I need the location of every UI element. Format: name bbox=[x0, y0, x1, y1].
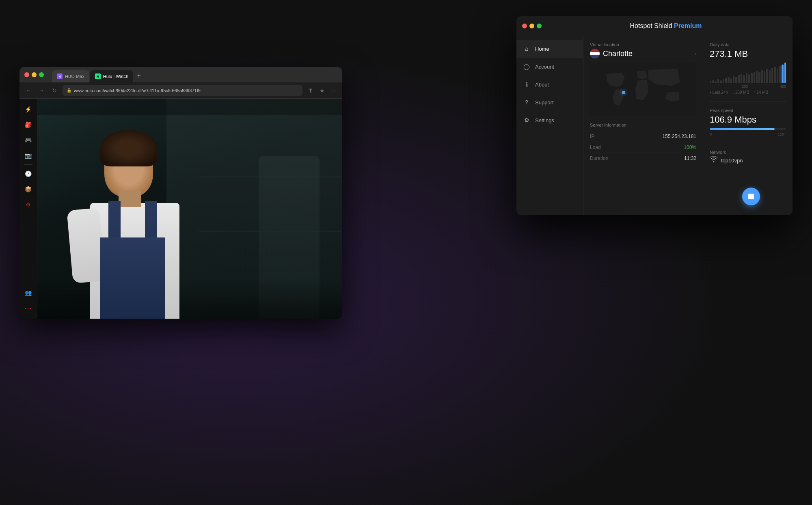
daily-data-label: Daily data bbox=[710, 42, 786, 47]
sidebar-twitch-icon[interactable]: 🎮 bbox=[22, 134, 35, 147]
browser-left-sidebar: ⚡ 🎒 🎮 📷 🕐 📦 ⚙ 👥 ··· bbox=[19, 99, 37, 319]
chart-bar bbox=[710, 81, 711, 83]
chart-bar bbox=[756, 71, 758, 83]
tab-hbo[interactable]: H HBO Max bbox=[52, 70, 89, 82]
chart-bar bbox=[725, 78, 727, 83]
chart-bar bbox=[712, 80, 714, 83]
chart-bar bbox=[784, 63, 786, 83]
chart-bar bbox=[748, 74, 750, 83]
back-button[interactable]: ← bbox=[24, 86, 33, 95]
browser-close-button[interactable] bbox=[24, 72, 29, 77]
sidebar-box-icon[interactable]: 📦 bbox=[22, 183, 35, 196]
browser-content: ⚡ 🎒 🎮 📷 🕐 📦 ⚙ 👥 ··· bbox=[19, 99, 342, 319]
chart-bar bbox=[782, 65, 783, 83]
video-top-bar bbox=[37, 99, 342, 115]
chart-bar bbox=[728, 77, 729, 83]
sidebar-bag-icon[interactable]: 🎒 bbox=[22, 118, 35, 131]
vpn-stop-button[interactable] bbox=[742, 188, 760, 205]
daily-data-chart bbox=[710, 63, 786, 83]
virtual-location-label: Virtual location bbox=[590, 42, 696, 47]
vpn-minimize-button[interactable] bbox=[529, 24, 534, 28]
sidebar-lightning-icon[interactable]: ⚡ bbox=[22, 103, 35, 116]
vpn-app-title: Hotspot Shield Premium bbox=[545, 22, 787, 30]
reload-button[interactable]: ↻ bbox=[50, 86, 59, 95]
nav-item-settings[interactable]: ⚙ Settings bbox=[516, 111, 583, 129]
person-apron-body bbox=[100, 237, 165, 319]
browser-traffic-lights bbox=[24, 72, 44, 77]
nav-item-home[interactable]: ⌂ Home bbox=[516, 40, 583, 58]
nav-item-support[interactable]: ? Support bbox=[516, 93, 583, 111]
nav-support-label: Support bbox=[535, 99, 554, 106]
tab-hbo-favicon: H bbox=[57, 73, 63, 79]
vpn-window: Hotspot Shield Premium ⌂ Home ◯ Account … bbox=[516, 16, 793, 215]
location-name: Charlotte bbox=[590, 49, 633, 58]
chart-bar bbox=[743, 75, 745, 83]
speed-min: 0 bbox=[710, 132, 712, 136]
server-duration-row: Duration 11:32 bbox=[590, 153, 696, 164]
chart-bar bbox=[746, 73, 747, 83]
world-map bbox=[590, 63, 696, 116]
browser-minimize-button[interactable] bbox=[32, 72, 37, 77]
meta-down: ↓ 259 MB bbox=[732, 90, 749, 95]
server-info-title: Server information bbox=[590, 123, 696, 127]
chart-bar bbox=[733, 76, 734, 83]
chart-bar bbox=[761, 70, 763, 83]
vpn-maximize-button[interactable] bbox=[537, 24, 542, 28]
nav-about-label: About bbox=[535, 82, 549, 88]
map-location-dot bbox=[622, 91, 625, 94]
meta-last24h: • Last 24h bbox=[710, 90, 728, 95]
ip-value: 155.254.23.181 bbox=[663, 134, 696, 139]
more-button[interactable]: ··· bbox=[328, 86, 338, 95]
chart-bar bbox=[769, 70, 771, 83]
address-bar[interactable]: 🔒 www.hulu.com/watch/60da223c-d2a0-411a-… bbox=[63, 85, 302, 96]
sidebar-clock-icon[interactable]: 🕐 bbox=[22, 167, 35, 180]
chart-bar bbox=[723, 79, 724, 83]
video-bottom-gradient bbox=[37, 278, 342, 319]
person-left-arm bbox=[67, 208, 105, 283]
stop-icon bbox=[748, 194, 754, 199]
chart-bar bbox=[717, 79, 719, 83]
chart-bar bbox=[777, 68, 778, 83]
location-row[interactable]: Charlotte › bbox=[590, 49, 696, 58]
browser-titlebar: H HBO Max H Hulu | Watch + bbox=[19, 67, 342, 82]
browser-tabs: H HBO Max H Hulu | Watch + bbox=[52, 67, 144, 82]
vpn-close-button[interactable] bbox=[522, 24, 527, 28]
chart-bar bbox=[754, 72, 755, 83]
duration-value: 11:32 bbox=[684, 155, 696, 161]
panel-divider-1 bbox=[710, 101, 786, 101]
chart-bar bbox=[779, 66, 781, 83]
home-icon: ⌂ bbox=[523, 45, 530, 52]
nav-item-about[interactable]: ℹ About bbox=[516, 76, 583, 93]
network-section: Network top10vpn bbox=[710, 150, 786, 164]
chart-bar bbox=[764, 71, 765, 83]
sidebar-gear-icon[interactable]: ⚙ bbox=[22, 198, 35, 211]
nav-account-label: Account bbox=[535, 64, 554, 70]
share-button[interactable]: ⬆ bbox=[306, 86, 315, 95]
tab-hulu[interactable]: H Hulu | Watch bbox=[90, 70, 133, 82]
speed-bar bbox=[710, 128, 786, 130]
speed-fill bbox=[710, 128, 775, 130]
chart-bar bbox=[751, 73, 752, 83]
nav-item-account[interactable]: ◯ Account bbox=[516, 58, 583, 76]
peak-speed-section: Peak speed 106.9 Mbps 0 100+ bbox=[710, 108, 786, 136]
chart-bar bbox=[720, 80, 721, 83]
person-hair bbox=[100, 130, 157, 166]
nav-settings-label: Settings bbox=[535, 117, 554, 123]
tab-hbo-label: HBO Max bbox=[65, 74, 84, 79]
network-row: top10vpn bbox=[710, 156, 786, 164]
meta-up: ↑ 14 MB bbox=[753, 90, 768, 95]
sidebar-more-icon[interactable]: ··· bbox=[22, 302, 35, 315]
browser-maximize-button[interactable] bbox=[39, 72, 44, 77]
bookmark-button[interactable]: ★ bbox=[317, 86, 327, 95]
server-ip-row: IP 155.254.23.181 bbox=[590, 131, 696, 142]
us-flag bbox=[590, 49, 600, 58]
about-icon: ℹ bbox=[523, 81, 530, 88]
sidebar-users-icon[interactable]: 👥 bbox=[22, 286, 35, 299]
forward-button[interactable]: → bbox=[37, 86, 46, 95]
sidebar-photo-icon[interactable]: 📷 bbox=[22, 149, 35, 162]
tab-hulu-favicon: H bbox=[95, 73, 101, 79]
nav-home-label: Home bbox=[535, 46, 549, 52]
chart-bar bbox=[738, 75, 740, 83]
nav-actions: ⬆ ★ ··· bbox=[306, 86, 338, 95]
add-tab-button[interactable]: + bbox=[134, 71, 144, 81]
